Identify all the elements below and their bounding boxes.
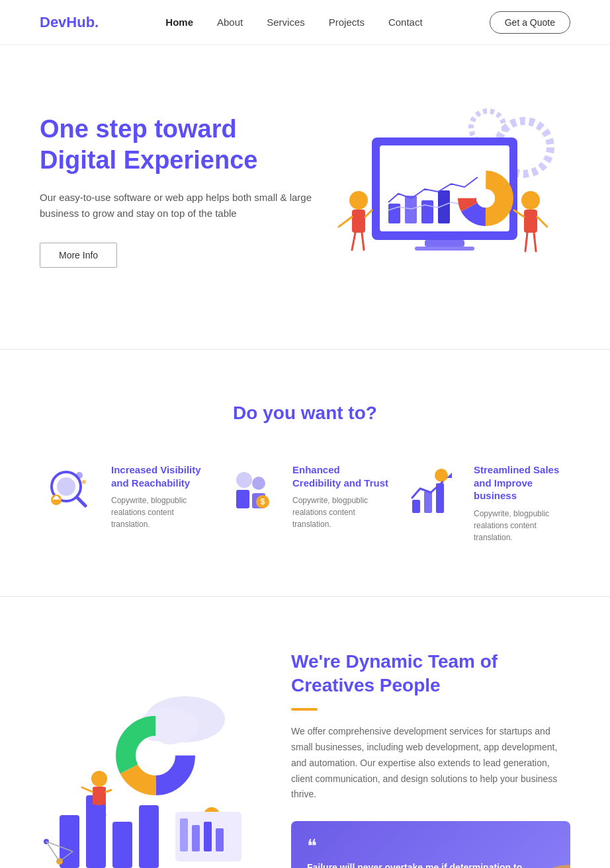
svg-rect-21 bbox=[524, 210, 537, 233]
want-card-desc-1: Copywrite, blogpublic realations content… bbox=[111, 494, 208, 530]
want-card-3: Streamlined Sales and Improve business C… bbox=[402, 463, 570, 543]
hero-heading: One step toward Digital Experience bbox=[40, 114, 318, 177]
svg-rect-5 bbox=[415, 247, 474, 251]
want-card-body-2: Enhanced Credibility and Trust Copywrite… bbox=[292, 463, 389, 543]
svg-line-56 bbox=[106, 790, 111, 792]
want-section: Do you want to? Increased Visibility and… bbox=[0, 350, 610, 596]
svg-rect-66 bbox=[204, 822, 212, 851]
logo[interactable]: DevHub. bbox=[40, 14, 99, 31]
team-heading: We're Dynamic Team of Creatives People bbox=[291, 650, 570, 698]
team-heading-highlight: Dynamic bbox=[345, 651, 423, 672]
svg-point-14 bbox=[349, 191, 368, 210]
svg-point-53 bbox=[91, 771, 107, 787]
svg-rect-39 bbox=[412, 500, 420, 513]
svg-rect-64 bbox=[180, 818, 188, 851]
want-card-body-3: Streamlined Sales and Improve business C… bbox=[474, 463, 570, 543]
hero-svg bbox=[319, 98, 570, 283]
svg-rect-54 bbox=[93, 787, 106, 805]
nav-services[interactable]: Services bbox=[267, 17, 305, 28]
team-divider-bar bbox=[291, 708, 318, 711]
svg-rect-4 bbox=[425, 240, 464, 247]
want-card-desc-2: Copywrite, blogpublic realations content… bbox=[292, 494, 389, 530]
svg-line-16 bbox=[339, 217, 352, 227]
want-card-desc-3: Copywrite, blogpublic realations content… bbox=[474, 508, 570, 543]
svg-line-55 bbox=[82, 787, 93, 792]
quote-text: Failure will never overtake me if determ… bbox=[307, 861, 554, 868]
svg-point-30 bbox=[54, 496, 58, 500]
svg-rect-45 bbox=[60, 815, 79, 868]
hero-illustration bbox=[319, 98, 570, 283]
want-card-body-1: Increased Visibility and Reachability Co… bbox=[111, 463, 208, 543]
svg-point-33 bbox=[236, 472, 252, 488]
team-section: We're Dynamic Team of Creatives People W… bbox=[0, 597, 610, 869]
svg-text:$: $ bbox=[261, 497, 265, 506]
svg-rect-8 bbox=[421, 200, 433, 223]
svg-rect-67 bbox=[216, 828, 224, 851]
svg-point-27 bbox=[57, 477, 75, 496]
svg-rect-48 bbox=[139, 805, 159, 868]
svg-point-13 bbox=[476, 189, 495, 208]
quote-box: ❝ Failure will never overtake me if dete… bbox=[291, 821, 570, 868]
svg-line-17 bbox=[365, 210, 372, 217]
svg-line-25 bbox=[534, 233, 536, 251]
logo-part1: Dev bbox=[40, 14, 66, 30]
logo-part2: Hub. bbox=[66, 14, 99, 30]
want-card-title-1: Increased Visibility and Reachability bbox=[111, 463, 208, 489]
svg-rect-7 bbox=[405, 196, 417, 223]
want-heading: Do you want to? bbox=[40, 403, 570, 424]
svg-rect-15 bbox=[352, 210, 365, 233]
team-text-block: We're Dynamic Team of Creatives People W… bbox=[291, 650, 570, 869]
want-card-1: Increased Visibility and Reachability Co… bbox=[40, 463, 208, 543]
svg-line-24 bbox=[525, 233, 527, 251]
quote-mark-icon: ❝ bbox=[307, 837, 554, 855]
nav-links: Home About Services Projects Contact bbox=[165, 17, 422, 28]
team-illustration bbox=[40, 683, 251, 868]
want-card-icon-1 bbox=[40, 463, 99, 516]
want-card-icon-3 bbox=[402, 463, 462, 516]
svg-rect-65 bbox=[192, 825, 200, 851]
svg-line-28 bbox=[77, 498, 85, 506]
navbar: DevHub. Home About Services Projects Con… bbox=[0, 0, 610, 45]
svg-point-32 bbox=[82, 480, 86, 484]
svg-line-18 bbox=[352, 233, 355, 250]
more-info-button[interactable]: More Info bbox=[40, 243, 117, 268]
hero-section: One step toward Digital Experience Our e… bbox=[0, 45, 610, 349]
nav-contact[interactable]: Contact bbox=[388, 17, 423, 28]
want-card-title-2: Enhanced Credibility and Trust bbox=[292, 463, 389, 489]
want-card-title-3: Streamlined Sales and Improve business bbox=[474, 463, 570, 502]
svg-point-52 bbox=[141, 741, 170, 770]
svg-line-19 bbox=[362, 233, 364, 250]
hero-text-block: One step toward Digital Experience Our e… bbox=[40, 114, 318, 268]
hero-heading-highlight: Digital Experience bbox=[40, 146, 257, 174]
svg-point-31 bbox=[76, 472, 83, 479]
svg-line-23 bbox=[537, 217, 547, 227]
nav-projects[interactable]: Projects bbox=[329, 17, 365, 28]
want-cards-grid: Increased Visibility and Reachability Co… bbox=[40, 463, 570, 543]
svg-point-34 bbox=[252, 477, 265, 490]
svg-rect-40 bbox=[424, 491, 432, 513]
want-card-icon-2: $ bbox=[221, 463, 281, 516]
svg-point-42 bbox=[435, 469, 448, 482]
svg-rect-47 bbox=[112, 822, 132, 868]
get-quote-button[interactable]: Get a Quote bbox=[490, 11, 570, 34]
svg-rect-35 bbox=[236, 490, 249, 508]
nav-about[interactable]: About bbox=[217, 17, 243, 28]
svg-point-20 bbox=[521, 191, 540, 210]
hero-description: Our easy-to-use software or web app help… bbox=[40, 190, 318, 221]
nav-home[interactable]: Home bbox=[165, 17, 193, 28]
team-description: We offer comprehensive development servi… bbox=[291, 724, 570, 803]
want-highlight: want bbox=[301, 403, 343, 423]
want-card-2: $ Enhanced Credibility and Trust Copywri… bbox=[221, 463, 389, 543]
